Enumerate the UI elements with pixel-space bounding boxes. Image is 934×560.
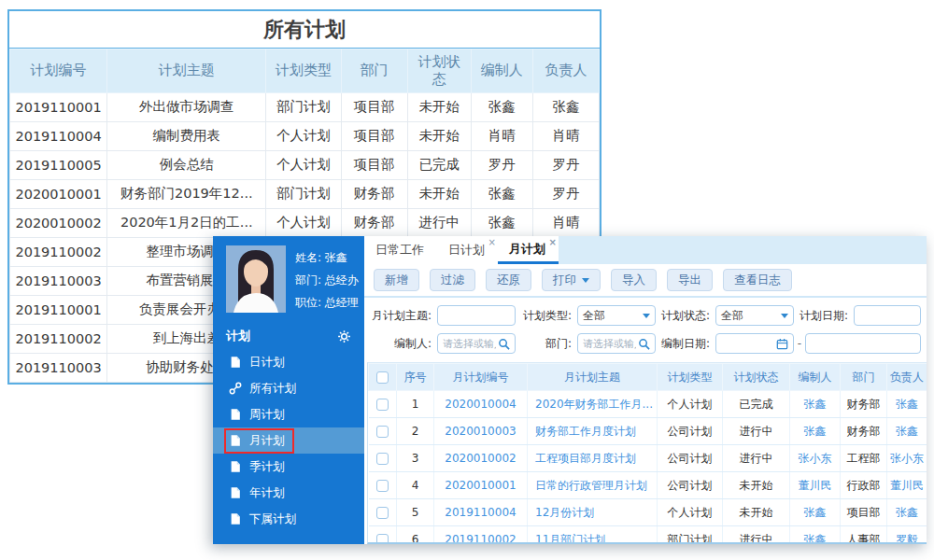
row-checkbox[interactable] — [376, 426, 389, 438]
column-header: 月计划编号 — [434, 364, 528, 391]
type-select[interactable]: 全部 — [577, 305, 656, 326]
table-row: 6201911000211月部门计划部门计划进行中张鑫人事部罗毅 — [369, 526, 927, 545]
status-cell: 进行中 — [723, 418, 790, 445]
dept-input[interactable] — [577, 333, 656, 354]
search-icon[interactable] — [498, 338, 510, 350]
sidebar-item-content: 年计划 — [224, 481, 294, 506]
owner-cell[interactable]: 张鑫 — [887, 418, 927, 445]
dept-cell: 行政部 — [841, 472, 887, 499]
sidebar-item-周计划[interactable]: 周计划 — [213, 401, 364, 427]
checkbox-cell — [369, 499, 397, 526]
tab-日常工作[interactable]: 日常工作 — [364, 236, 437, 264]
creator-input[interactable] — [437, 333, 516, 354]
sidebar-item-年计划[interactable]: 年计划 — [213, 480, 364, 506]
table-row: 2019110001外出做市场调查部门计划项目部未开始张鑫张鑫 — [10, 92, 600, 121]
sidebar-item-下属计划[interactable]: 下属计划 — [213, 506, 364, 532]
plan_no-cell[interactable]: 2019110002 — [434, 526, 528, 545]
profile-info: 姓名: 张鑫 部门: 总经办 职位: 总经理 — [295, 245, 359, 314]
plan_no-cell[interactable]: 2020010004 — [434, 391, 528, 418]
status-select[interactable]: 全部 — [715, 305, 794, 326]
close-icon[interactable]: × — [549, 238, 557, 247]
row-checkbox[interactable] — [376, 453, 389, 465]
search-icon[interactable] — [638, 338, 650, 350]
toolbar-button-导出[interactable]: 导出 — [667, 269, 713, 291]
filter-dept-label: 部门: — [516, 336, 577, 352]
plan_no-cell[interactable]: 2020010001 — [434, 472, 528, 499]
create-date-from-field[interactable] — [721, 338, 774, 350]
table-row: 2019110004编制费用表个人计划项目部未开始肖晴肖晴 — [10, 121, 600, 150]
table-row: 120200100042020年财务部工作月...个人计划已完成张鑫财务部张鑫 — [369, 391, 927, 418]
tab-日计划[interactable]: 日计划× — [437, 236, 498, 264]
table-row: 32020010002工程项目部月度计划公司计划进行中张小东工程部张小东 — [369, 445, 927, 472]
close-icon[interactable]: × — [488, 238, 496, 247]
subject-input[interactable] — [437, 305, 516, 326]
subject-cell[interactable]: 12月份计划 — [528, 499, 658, 526]
select-all-checkbox[interactable] — [376, 371, 389, 384]
subject-cell[interactable]: 11月部门计划 — [528, 526, 658, 545]
creator-cell[interactable]: 董川民 — [790, 472, 841, 499]
file-icon — [229, 356, 242, 369]
row-checkbox[interactable] — [376, 399, 389, 411]
row-checkbox[interactable] — [376, 507, 389, 519]
toolbar-button-打印[interactable]: 打印 — [542, 269, 601, 291]
table-row: 22020010003财务部工作月度计划公司计划进行中张鑫财务部张鑫 — [369, 418, 927, 445]
table-cell: 张鑫 — [532, 92, 599, 121]
toolbar-button-还原[interactable]: 还原 — [486, 269, 531, 291]
table-cell: 部门计划 — [266, 179, 341, 208]
file-icon — [229, 486, 242, 499]
type-select-value: 全部 — [583, 308, 605, 324]
toolbar-button-查看日志[interactable]: 查看日志 — [723, 269, 792, 291]
no-cell: 4 — [397, 472, 434, 499]
status-cell: 进行中 — [723, 445, 790, 472]
dept-input-field[interactable] — [583, 338, 636, 350]
row-checkbox[interactable] — [376, 534, 389, 545]
plan-date-input[interactable] — [854, 305, 921, 326]
table-cell: 罗丹 — [471, 150, 532, 179]
creator-cell[interactable]: 张鑫 — [790, 391, 841, 418]
creator-cell[interactable]: 张鑫 — [790, 526, 841, 545]
subject-input-field[interactable] — [443, 310, 510, 322]
create-date-to-input[interactable] — [805, 333, 921, 354]
sidebar-item-季计划[interactable]: 季计划 — [213, 454, 364, 480]
calendar-icon[interactable] — [776, 338, 788, 350]
creator-input-field[interactable] — [443, 338, 496, 350]
sidebar-item-所有计划[interactable]: 所有计划 — [213, 375, 364, 401]
creator-cell[interactable]: 张小东 — [790, 445, 841, 472]
owner-cell[interactable]: 张鑫 — [887, 499, 927, 526]
sidebar-item-日计划[interactable]: 日计划 — [213, 349, 364, 375]
type-cell: 部门计划 — [658, 526, 723, 545]
toolbar-button-导入[interactable]: 导入 — [611, 269, 657, 291]
bg-column-header: 计划状态 — [407, 49, 471, 93]
subject-cell[interactable]: 日常的行政管理月计划 — [528, 472, 658, 499]
plan_no-cell[interactable]: 2020010002 — [434, 445, 528, 472]
sidebar-item-content: 所有计划 — [224, 376, 305, 401]
create-date-to-field[interactable] — [811, 338, 915, 350]
subject-cell[interactable]: 财务部工作月度计划 — [528, 418, 658, 445]
creator-cell[interactable]: 张鑫 — [790, 499, 841, 526]
owner-cell[interactable]: 董川民 — [887, 472, 927, 499]
plan-date-input-field[interactable] — [859, 310, 915, 322]
bg-column-header: 负责人 — [532, 49, 599, 93]
row-checkbox[interactable] — [376, 480, 389, 492]
creator-cell[interactable]: 张鑫 — [790, 418, 841, 445]
create-date-from-input[interactable] — [715, 333, 794, 354]
toolbar-button-新增[interactable]: 新增 — [374, 269, 419, 291]
owner-cell[interactable]: 张小东 — [887, 445, 927, 472]
toolbar-button-过滤[interactable]: 过滤 — [430, 269, 475, 291]
owner-cell[interactable]: 罗毅 — [887, 526, 927, 545]
owner-cell[interactable]: 张鑫 — [887, 391, 927, 418]
table-row: 2019110005例会总结个人计划项目部已完成罗丹罗丹 — [10, 150, 600, 179]
tab-月计划[interactable]: 月计划× — [498, 236, 559, 264]
no-cell: 5 — [397, 499, 434, 526]
table-header-row: 序号月计划编号月计划主题计划类型计划状态编制人部门负责人 — [369, 364, 927, 391]
table-header-row: 计划编号计划主题计划类型部门计划状态编制人负责人 — [10, 49, 600, 93]
subject-cell[interactable]: 2020年财务部工作月... — [528, 391, 658, 418]
plan_no-cell[interactable]: 2019110004 — [434, 499, 528, 526]
type-cell: 个人计划 — [658, 391, 723, 418]
subject-cell[interactable]: 工程项目部月度计划 — [528, 445, 658, 472]
table-cell: 未开始 — [407, 121, 471, 150]
table-row: 2020010001财务部门2019年12...部门计划财务部未开始张鑫罗丹 — [10, 179, 600, 208]
gear-icon[interactable] — [337, 329, 351, 343]
plan_no-cell[interactable]: 2020010003 — [434, 418, 528, 445]
sidebar-item-月计划[interactable]: 月计划 — [213, 427, 364, 454]
